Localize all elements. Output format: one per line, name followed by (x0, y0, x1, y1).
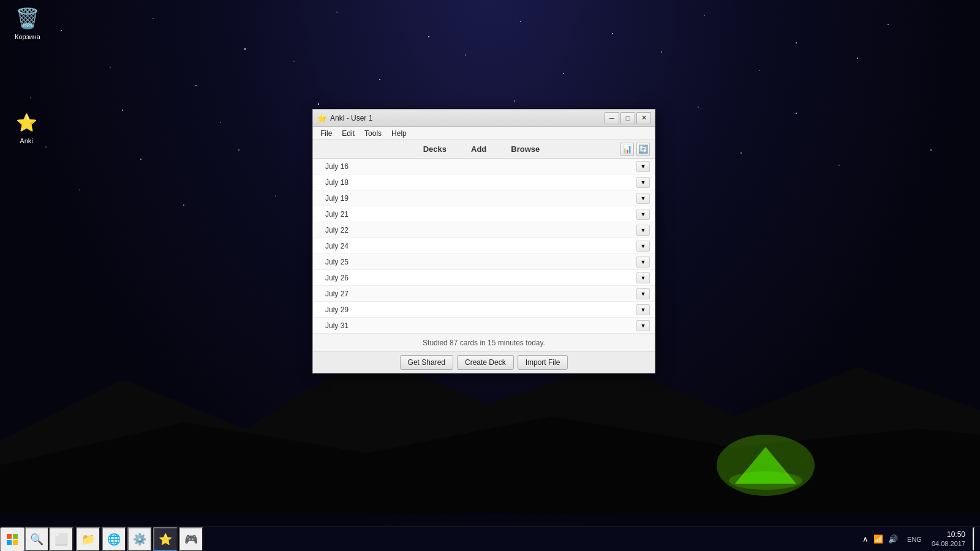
deck-row[interactable]: July 21 ▼ (313, 206, 655, 222)
svg-point-40 (275, 195, 276, 197)
maximize-button[interactable]: □ (620, 112, 635, 124)
svg-point-14 (465, 54, 466, 56)
system-tray-icons: ∧ 📶 🔊 (858, 533, 902, 545)
deck-name: July 16 (318, 162, 597, 171)
svg-point-7 (704, 15, 705, 16)
taskbar-chrome-icon[interactable]: 🌐 (102, 527, 126, 552)
network-icon[interactable]: 📶 (872, 533, 885, 545)
taskbar-pinned-icons: 📁 🌐 ⚙️ ⭐ 🎮 (74, 527, 206, 552)
deck-row[interactable]: July 29 ▼ (313, 302, 655, 318)
tray-arrow-icon[interactable]: ∧ (861, 533, 870, 545)
svg-point-0 (61, 30, 62, 31)
start-button[interactable] (0, 527, 24, 552)
taskbar-other-icon[interactable]: 🎮 (179, 527, 203, 552)
trash-icon-label: Корзина (15, 33, 40, 40)
deck-name: July 27 (318, 290, 597, 298)
deck-name: July 18 (318, 178, 597, 187)
window-controls: ─ □ ✕ (605, 112, 651, 124)
menu-help[interactable]: Help (386, 128, 412, 139)
svg-point-24 (514, 100, 515, 102)
deck-row[interactable]: July 25 ▼ (313, 254, 655, 270)
desktop-icon-anki[interactable]: ⭐ Anki (5, 110, 48, 144)
taskbar-lang[interactable]: ENG (905, 536, 924, 543)
sync-button[interactable]: 🔄 (636, 143, 650, 156)
svg-point-19 (30, 97, 31, 98)
close-button[interactable]: ✕ (636, 112, 651, 124)
create-deck-button[interactable]: Create Deck (457, 355, 514, 370)
svg-point-5 (520, 21, 521, 22)
deck-options-button[interactable]: ▼ (636, 304, 650, 315)
svg-point-21 (220, 122, 221, 123)
deck-name: July 22 (318, 226, 597, 234)
taskbar-clock[interactable]: 10:50 04.08.2017 (927, 530, 970, 549)
deck-row[interactable]: July 24 ▼ (313, 238, 655, 254)
deck-row[interactable]: July 19 ▼ (313, 190, 655, 206)
deck-row[interactable]: July 31 ▼ (313, 318, 655, 334)
anki-window: ⭐ Anki - User 1 ─ □ ✕ File Edit Tools He… (312, 109, 655, 373)
volume-icon[interactable]: 🔊 (886, 533, 900, 545)
deck-name: July 25 (318, 258, 597, 266)
taskbar-anki-icon[interactable]: ⭐ (153, 527, 178, 552)
deck-scroll-container[interactable]: July 16 ▼ July 18 ▼ July 19 ▼ (313, 159, 655, 334)
anki-title-icon: ⭐ (317, 113, 326, 123)
menu-edit[interactable]: Edit (337, 128, 360, 139)
svg-point-4 (428, 36, 429, 37)
svg-point-27 (796, 113, 797, 114)
desktop-icon-trash[interactable]: 🗑️ Корзина (6, 6, 49, 40)
status-text: Studied 87 cards in 15 minutes today. (423, 339, 545, 347)
svg-point-37 (930, 149, 932, 151)
svg-point-12 (293, 61, 294, 61)
window-title: Anki - User 1 (330, 114, 605, 122)
taskbar-right: ∧ 📶 🔊 ENG 10:50 04.08.2017 (858, 527, 980, 552)
import-file-button[interactable]: Import File (518, 355, 568, 370)
toolbar-center: Decks Add Browse (417, 143, 546, 155)
taskbar-settings-icon[interactable]: ⚙️ (127, 527, 152, 552)
toolbar-decks-button[interactable]: Decks (417, 143, 453, 155)
show-desktop-button[interactable] (973, 527, 975, 552)
deck-row[interactable]: July 27 ▼ (313, 286, 655, 302)
get-shared-button[interactable]: Get Shared (400, 355, 453, 370)
deck-options-button[interactable]: ▼ (636, 257, 650, 268)
deck-row[interactable]: July 18 ▼ (313, 174, 655, 190)
svg-point-20 (122, 110, 123, 111)
svg-point-18 (857, 58, 858, 59)
deck-options-button[interactable]: ▼ (636, 320, 650, 331)
svg-point-13 (379, 79, 380, 80)
svg-point-9 (888, 24, 889, 25)
deck-row[interactable]: July 26 ▼ (313, 270, 655, 286)
deck-list: July 16 ▼ July 18 ▼ July 19 ▼ (313, 159, 655, 334)
taskbar-time: 10:50 (932, 530, 965, 540)
svg-point-3 (336, 12, 337, 12)
deck-name: July 31 (318, 321, 597, 330)
menu-file[interactable]: File (315, 128, 337, 139)
deck-row[interactable]: July 22 ▼ (313, 222, 655, 238)
svg-point-26 (698, 107, 699, 108)
svg-point-10 (110, 67, 111, 68)
deck-options-button[interactable]: ▼ (636, 272, 650, 283)
deck-options-button[interactable]: ▼ (636, 241, 650, 252)
toolbar-add-button[interactable]: Add (465, 143, 492, 155)
deck-name: July 29 (318, 305, 597, 314)
deck-row[interactable]: July 16 ▼ (313, 159, 655, 174)
svg-point-49 (729, 471, 802, 490)
deck-options-button[interactable]: ▼ (636, 177, 650, 188)
deck-options-button[interactable]: ▼ (636, 288, 650, 299)
deck-options-button[interactable]: ▼ (636, 225, 650, 236)
taskbar-filemanager-icon[interactable]: 📁 (76, 527, 100, 552)
deck-options-button[interactable]: ▼ (636, 209, 650, 220)
minimize-button[interactable]: ─ (605, 112, 619, 124)
menu-tools[interactable]: Tools (360, 128, 386, 139)
toolbar-browse-button[interactable]: Browse (505, 143, 546, 155)
deck-name: July 19 (318, 194, 597, 203)
taskbar-search-button[interactable]: 🔍 (24, 527, 49, 552)
anki-icon: ⭐ (14, 110, 39, 135)
svg-rect-53 (13, 540, 18, 545)
deck-options-button[interactable]: ▼ (636, 161, 650, 172)
stats-button[interactable]: 📊 (620, 143, 634, 156)
svg-point-38 (79, 189, 80, 190)
svg-point-29 (140, 159, 141, 160)
taskbar-taskview-button[interactable]: ⬜ (49, 527, 74, 552)
svg-point-6 (612, 33, 613, 34)
title-bar: ⭐ Anki - User 1 ─ □ ✕ (313, 110, 655, 127)
deck-options-button[interactable]: ▼ (636, 193, 650, 204)
